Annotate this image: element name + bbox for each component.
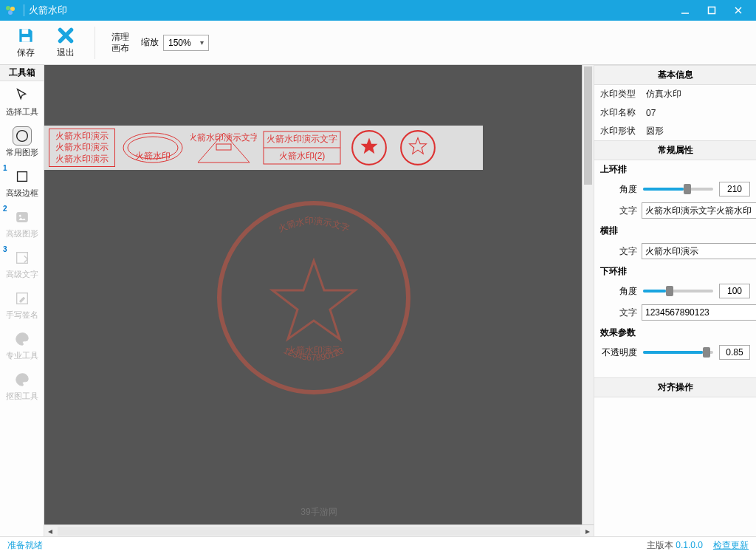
canvas-viewport[interactable]: 火箭水印演示 火箭水印演示 火箭水印演示 火箭水印 火箭水印演示文字 火箭水印演…: [44, 65, 594, 524]
svg-rect-7: [22, 29, 29, 34]
tool-matting[interactable]: 抠图工具: [0, 366, 44, 406]
bottom-angle-slider[interactable]: [643, 290, 713, 293]
gallery-triangle[interactable]: 火箭水印演示文字: [190, 129, 257, 167]
tool-advanced-border[interactable]: 1 高级边框: [0, 163, 44, 203]
tool-handwrite[interactable]: 手写签名: [0, 284, 44, 325]
ribbon: 保存 退出 清理 画布 缩放 150% ▾: [0, 21, 756, 65]
top-text-input[interactable]: [642, 202, 756, 219]
svg-text:火箭水印(2): 火箭水印(2): [279, 151, 326, 161]
subhead-horiz: 横排: [594, 222, 756, 240]
opacity-input[interactable]: [719, 345, 750, 360]
tool-advanced-text[interactable]: 3 高级文字: [0, 244, 44, 284]
svg-text:火箭水印: 火箭水印: [135, 151, 171, 161]
gallery-rect[interactable]: 火箭水印演示文字火箭水印(2): [261, 129, 343, 167]
toolbox: 工具箱 选择工具 常用图形 1 高级边框 2 高级图形 3 高级文字 手写签名: [0, 65, 44, 536]
bottom-angle-input[interactable]: [719, 284, 750, 298]
opacity-slider[interactable]: [643, 351, 713, 354]
titlebar-divider: [24, 4, 24, 16]
chevron-down-icon: ▾: [200, 38, 204, 47]
svg-text:火箭水印演示文字: 火箭水印演示文字: [267, 134, 337, 144]
exit-button[interactable]: 退出: [49, 26, 83, 59]
save-button[interactable]: 保存: [9, 26, 43, 59]
svg-point-28: [219, 203, 408, 392]
bottom-text-input[interactable]: [642, 304, 756, 321]
svg-rect-8: [22, 37, 30, 41]
horiz-text-input[interactable]: [642, 243, 756, 259]
gallery-text-block[interactable]: 火箭水印演示 火箭水印演示 火箭水印演示: [49, 129, 115, 167]
svg-rect-4: [709, 7, 715, 14]
section-align: 对齐操作: [594, 377, 756, 397]
gallery-circle-2[interactable]: [396, 129, 440, 167]
subhead-bottom-ring: 下环排: [594, 262, 756, 281]
window-title: 火箭水印: [29, 4, 67, 17]
gallery-ellipse[interactable]: 火箭水印: [120, 129, 186, 167]
svg-text:火箭水印演示文字: 火箭水印演示文字: [276, 216, 351, 234]
svg-point-2: [8, 10, 13, 15]
tool-pro[interactable]: 专业工具: [0, 325, 44, 366]
minimize-button[interactable]: [672, 0, 698, 21]
shape-gallery: 火箭水印演示 火箭水印演示 火箭水印演示 火箭水印 火箭水印演示文字 火箭水印演…: [44, 126, 483, 170]
top-angle-slider[interactable]: [643, 188, 713, 191]
svg-point-11: [16, 131, 27, 142]
canvas-watermark-text: 39手游网: [300, 506, 337, 519]
svg-point-27: [401, 131, 435, 165]
vertical-scrollbar[interactable]: [582, 65, 594, 524]
gallery-circle-1[interactable]: [347, 129, 391, 167]
status-ready: 准备就绪: [7, 539, 636, 552]
tool-select[interactable]: 选择工具: [0, 81, 44, 122]
toolbox-header: 工具箱: [0, 65, 44, 81]
status-bar: 准备就绪 主版本 0.1.0.0 检查更新: [0, 536, 756, 554]
section-basic-info: 基本信息: [594, 65, 756, 85]
titlebar: 火箭水印: [0, 0, 756, 21]
app-icon: [4, 4, 16, 16]
zoom-label: 缩放: [141, 36, 159, 49]
svg-point-0: [6, 6, 10, 10]
maximize-button[interactable]: [698, 0, 725, 21]
tool-common-shapes[interactable]: 常用图形: [0, 122, 44, 163]
svg-point-14: [18, 214, 21, 217]
zoom-select[interactable]: 150% ▾: [163, 35, 209, 51]
subhead-top-ring: 上环排: [594, 160, 756, 179]
version-number: 0.1.0.0: [676, 540, 703, 550]
horizontal-scrollbar[interactable]: ◂▸: [44, 524, 594, 536]
tool-advanced-shape[interactable]: 2 高级图形: [0, 203, 44, 244]
check-update-link[interactable]: 检查更新: [713, 539, 749, 552]
subhead-fx: 效果参数: [594, 324, 756, 342]
svg-rect-21: [216, 144, 231, 150]
canvas-stamp[interactable]: 火箭水印演示文字 火箭水印演示 1234567890123: [214, 198, 413, 397]
top-angle-input[interactable]: [719, 182, 750, 196]
svg-rect-12: [17, 172, 27, 182]
clear-canvas-button[interactable]: 清理 画布: [107, 29, 134, 56]
canvas-area: 火箭水印演示 火箭水印演示 火箭水印演示 火箭水印 火箭水印演示文字 火箭水印演…: [44, 65, 594, 536]
section-general: 常规属性: [594, 140, 756, 160]
properties-panel: 基本信息 水印类型仿真水印 水印名称07 水印形状圆形 常规属性 上环排 角度 …: [594, 65, 756, 536]
svg-point-1: [10, 7, 15, 11]
svg-text:火箭水印演示文字: 火箭水印演示文字: [190, 132, 257, 143]
close-button[interactable]: [725, 0, 752, 21]
